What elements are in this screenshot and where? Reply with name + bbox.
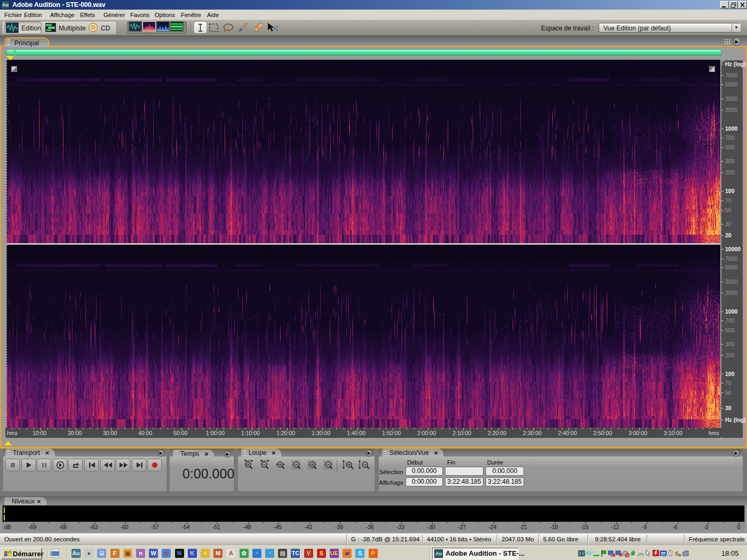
svg-text:46°: 46°	[585, 550, 593, 556]
svg-text:S: S	[675, 550, 679, 557]
